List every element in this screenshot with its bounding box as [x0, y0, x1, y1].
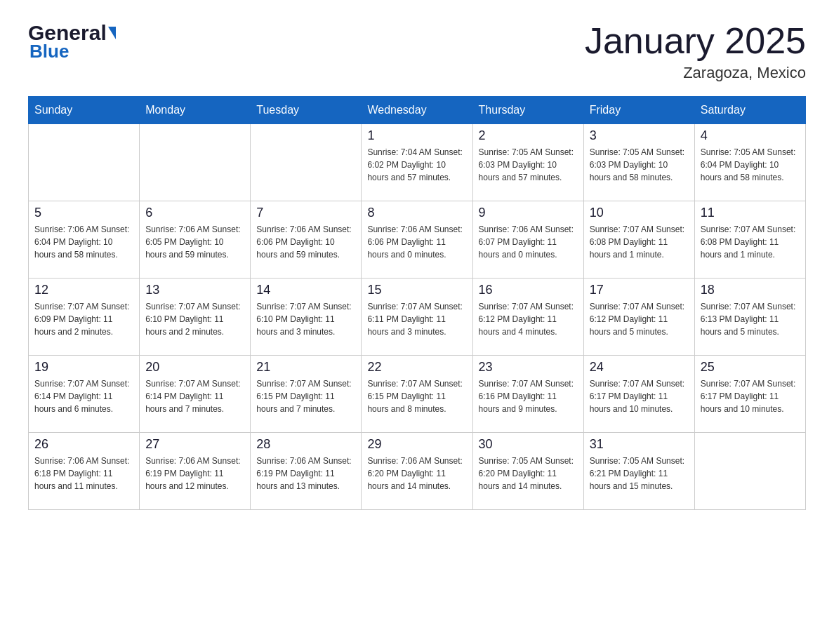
day-info: Sunrise: 7:07 AM Sunset: 6:14 PM Dayligh…: [145, 377, 244, 415]
day-info: Sunrise: 7:07 AM Sunset: 6:13 PM Dayligh…: [701, 300, 800, 338]
calendar-cell: 21Sunrise: 7:07 AM Sunset: 6:15 PM Dayli…: [251, 356, 362, 433]
col-header-wednesday: Wednesday: [362, 97, 472, 124]
calendar-cell: 18Sunrise: 7:07 AM Sunset: 6:13 PM Dayli…: [694, 279, 805, 356]
day-info: Sunrise: 7:05 AM Sunset: 6:04 PM Dayligh…: [701, 146, 800, 184]
day-number: 20: [145, 360, 244, 375]
page-header: General Blue January 2025 Zaragoza, Mexi…: [28, 21, 806, 82]
calendar-cell: 20Sunrise: 7:07 AM Sunset: 6:14 PM Dayli…: [140, 356, 251, 433]
day-number: 29: [367, 437, 466, 452]
calendar-cell: 29Sunrise: 7:06 AM Sunset: 6:20 PM Dayli…: [362, 433, 472, 510]
day-number: 11: [701, 206, 800, 220]
calendar-week-row: 1Sunrise: 7:04 AM Sunset: 6:02 PM Daylig…: [29, 124, 806, 201]
day-info: Sunrise: 7:06 AM Sunset: 6:06 PM Dayligh…: [367, 223, 466, 261]
calendar-cell: 12Sunrise: 7:07 AM Sunset: 6:09 PM Dayli…: [29, 279, 140, 356]
day-info: Sunrise: 7:05 AM Sunset: 6:03 PM Dayligh…: [479, 146, 578, 184]
day-number: 14: [256, 283, 355, 297]
day-number: 2: [479, 128, 578, 143]
day-info: Sunrise: 7:06 AM Sunset: 6:05 PM Dayligh…: [145, 223, 244, 261]
day-number: 4: [701, 128, 800, 143]
day-number: 13: [145, 283, 244, 297]
day-number: 15: [367, 283, 466, 297]
calendar-cell: 13Sunrise: 7:07 AM Sunset: 6:10 PM Dayli…: [140, 279, 251, 356]
day-info: Sunrise: 7:07 AM Sunset: 6:10 PM Dayligh…: [145, 300, 244, 338]
day-info: Sunrise: 7:07 AM Sunset: 6:15 PM Dayligh…: [367, 377, 466, 415]
day-number: 30: [479, 437, 578, 452]
col-header-friday: Friday: [583, 97, 694, 124]
calendar-cell: 25Sunrise: 7:07 AM Sunset: 6:17 PM Dayli…: [694, 356, 805, 433]
day-info: Sunrise: 7:06 AM Sunset: 6:20 PM Dayligh…: [367, 455, 466, 492]
day-info: Sunrise: 7:06 AM Sunset: 6:18 PM Dayligh…: [34, 455, 133, 492]
calendar-week-row: 26Sunrise: 7:06 AM Sunset: 6:18 PM Dayli…: [29, 433, 806, 510]
day-info: Sunrise: 7:07 AM Sunset: 6:09 PM Dayligh…: [34, 300, 133, 338]
day-info: Sunrise: 7:07 AM Sunset: 6:08 PM Dayligh…: [701, 223, 800, 261]
logo: General Blue: [28, 21, 116, 62]
calendar-cell: 1Sunrise: 7:04 AM Sunset: 6:02 PM Daylig…: [362, 124, 472, 201]
calendar-cell: 16Sunrise: 7:07 AM Sunset: 6:12 PM Dayli…: [472, 279, 583, 356]
col-header-monday: Monday: [140, 97, 251, 124]
day-info: Sunrise: 7:07 AM Sunset: 6:12 PM Dayligh…: [590, 300, 689, 338]
day-number: 1: [367, 128, 466, 143]
day-info: Sunrise: 7:07 AM Sunset: 6:14 PM Dayligh…: [34, 377, 133, 415]
day-info: Sunrise: 7:07 AM Sunset: 6:11 PM Dayligh…: [367, 300, 466, 338]
calendar-cell: [694, 433, 805, 510]
calendar-cell: 22Sunrise: 7:07 AM Sunset: 6:15 PM Dayli…: [362, 356, 472, 433]
day-info: Sunrise: 7:07 AM Sunset: 6:10 PM Dayligh…: [256, 300, 355, 338]
day-number: 3: [590, 128, 689, 143]
day-number: 7: [256, 206, 355, 220]
calendar-cell: 17Sunrise: 7:07 AM Sunset: 6:12 PM Dayli…: [583, 279, 694, 356]
col-header-thursday: Thursday: [472, 97, 583, 124]
day-number: 18: [701, 283, 800, 297]
day-number: 5: [34, 206, 133, 220]
day-number: 19: [34, 360, 133, 375]
calendar-cell: 9Sunrise: 7:06 AM Sunset: 6:07 PM Daylig…: [472, 201, 583, 279]
calendar-cell: 4Sunrise: 7:05 AM Sunset: 6:04 PM Daylig…: [694, 124, 805, 201]
calendar-cell: 7Sunrise: 7:06 AM Sunset: 6:06 PM Daylig…: [251, 201, 362, 279]
day-number: 26: [34, 437, 133, 452]
day-number: 21: [256, 360, 355, 375]
calendar-header-row: SundayMondayTuesdayWednesdayThursdayFrid…: [29, 97, 806, 124]
day-info: Sunrise: 7:06 AM Sunset: 6:04 PM Dayligh…: [34, 223, 133, 261]
calendar-cell: 28Sunrise: 7:06 AM Sunset: 6:19 PM Dayli…: [251, 433, 362, 510]
calendar-cell: 24Sunrise: 7:07 AM Sunset: 6:17 PM Dayli…: [583, 356, 694, 433]
calendar-week-row: 5Sunrise: 7:06 AM Sunset: 6:04 PM Daylig…: [29, 201, 806, 279]
day-number: 24: [590, 360, 689, 375]
calendar-cell: [29, 124, 140, 201]
calendar-cell: 23Sunrise: 7:07 AM Sunset: 6:16 PM Dayli…: [472, 356, 583, 433]
day-info: Sunrise: 7:07 AM Sunset: 6:17 PM Dayligh…: [590, 377, 689, 415]
day-info: Sunrise: 7:05 AM Sunset: 6:20 PM Dayligh…: [479, 455, 578, 492]
calendar-cell: 5Sunrise: 7:06 AM Sunset: 6:04 PM Daylig…: [29, 201, 140, 279]
calendar-cell: [251, 124, 362, 201]
day-number: 16: [479, 283, 578, 297]
day-info: Sunrise: 7:07 AM Sunset: 6:17 PM Dayligh…: [701, 377, 800, 415]
calendar-subtitle: Zaragoza, Mexico: [585, 64, 806, 82]
calendar-cell: 26Sunrise: 7:06 AM Sunset: 6:18 PM Dayli…: [29, 433, 140, 510]
day-info: Sunrise: 7:06 AM Sunset: 6:19 PM Dayligh…: [145, 455, 244, 492]
day-number: 9: [479, 206, 578, 220]
calendar-cell: 31Sunrise: 7:05 AM Sunset: 6:21 PM Dayli…: [583, 433, 694, 510]
title-section: January 2025 Zaragoza, Mexico: [585, 21, 806, 82]
day-info: Sunrise: 7:07 AM Sunset: 6:16 PM Dayligh…: [479, 377, 578, 415]
calendar-cell: 15Sunrise: 7:07 AM Sunset: 6:11 PM Dayli…: [362, 279, 472, 356]
day-number: 25: [701, 360, 800, 375]
calendar-cell: 2Sunrise: 7:05 AM Sunset: 6:03 PM Daylig…: [472, 124, 583, 201]
day-info: Sunrise: 7:05 AM Sunset: 6:21 PM Dayligh…: [590, 455, 689, 492]
calendar-cell: 8Sunrise: 7:06 AM Sunset: 6:06 PM Daylig…: [362, 201, 472, 279]
day-number: 31: [590, 437, 689, 452]
calendar-title: January 2025: [585, 21, 806, 61]
col-header-sunday: Sunday: [29, 97, 140, 124]
day-number: 10: [590, 206, 689, 220]
day-info: Sunrise: 7:07 AM Sunset: 6:15 PM Dayligh…: [256, 377, 355, 415]
calendar-cell: 3Sunrise: 7:05 AM Sunset: 6:03 PM Daylig…: [583, 124, 694, 201]
calendar-week-row: 19Sunrise: 7:07 AM Sunset: 6:14 PM Dayli…: [29, 356, 806, 433]
calendar-table: SundayMondayTuesdayWednesdayThursdayFrid…: [28, 96, 806, 510]
day-info: Sunrise: 7:06 AM Sunset: 6:06 PM Dayligh…: [256, 223, 355, 261]
calendar-cell: 6Sunrise: 7:06 AM Sunset: 6:05 PM Daylig…: [140, 201, 251, 279]
calendar-week-row: 12Sunrise: 7:07 AM Sunset: 6:09 PM Dayli…: [29, 279, 806, 356]
day-number: 17: [590, 283, 689, 297]
calendar-cell: 11Sunrise: 7:07 AM Sunset: 6:08 PM Dayli…: [694, 201, 805, 279]
calendar-cell: 30Sunrise: 7:05 AM Sunset: 6:20 PM Dayli…: [472, 433, 583, 510]
day-info: Sunrise: 7:06 AM Sunset: 6:07 PM Dayligh…: [479, 223, 578, 261]
col-header-saturday: Saturday: [694, 97, 805, 124]
day-number: 22: [367, 360, 466, 375]
day-number: 6: [145, 206, 244, 220]
